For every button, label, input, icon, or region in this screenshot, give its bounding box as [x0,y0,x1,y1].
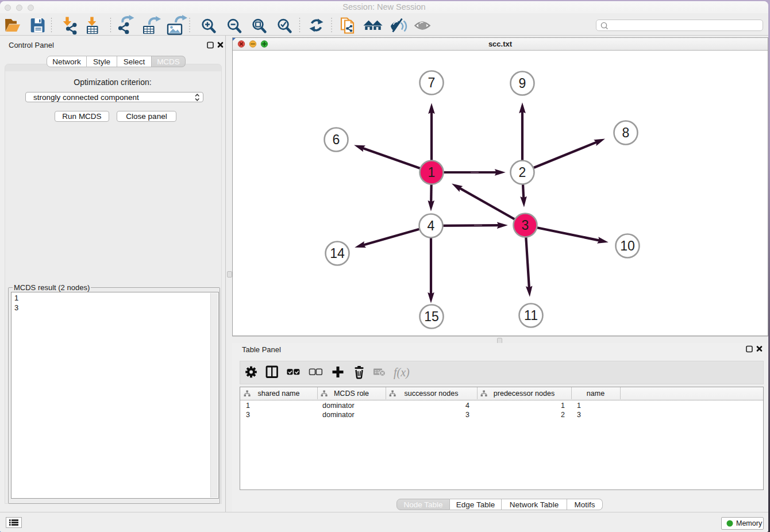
svg-text:10: 10 [620,238,635,253]
svg-text:15: 15 [424,309,439,324]
svg-text:6: 6 [333,132,340,147]
svg-text:7: 7 [428,75,436,90]
svg-text:4: 4 [428,218,435,233]
svg-text:1: 1 [428,165,436,180]
svg-text:8: 8 [622,125,630,140]
svg-text:2: 2 [519,165,526,180]
svg-text:14: 14 [330,246,345,261]
svg-text:11: 11 [524,308,538,323]
svg-text:f(x): f(x) [394,366,410,379]
svg-text:3: 3 [522,218,529,233]
svg-text:9: 9 [519,76,526,91]
